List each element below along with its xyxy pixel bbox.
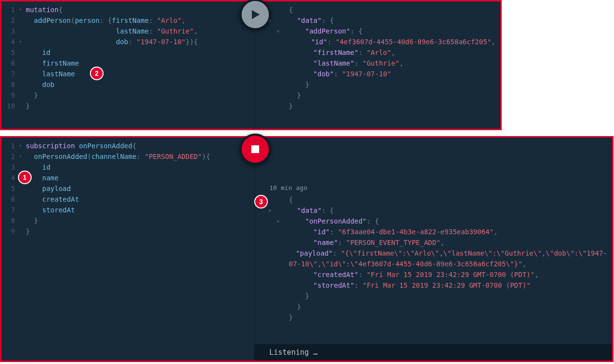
code-text: lastName: "Guthrie", <box>26 26 254 36</box>
line-number: 6 <box>1 58 18 69</box>
result-line: ▾ "data": { <box>260 15 495 26</box>
stop-icon <box>251 145 259 153</box>
fold-toggle <box>260 79 289 90</box>
query-editor[interactable]: 1▾subscription onPersonAdded{2▾ onPerson… <box>1 138 254 361</box>
fold-toggle <box>19 183 24 194</box>
mutation-panel: 1▾mutation{2 addPerson(person: {firstNam… <box>0 0 502 130</box>
line-number: 9 <box>1 90 18 101</box>
fold-toggle[interactable]: ▾ <box>19 4 24 15</box>
result-text: "storedAt": "Fri Mar 15 2019 23:42:29 GM… <box>289 280 530 291</box>
subscription-panel: 1▾subscription onPersonAdded{2▾ onPerson… <box>0 136 614 362</box>
line-number: 1 <box>1 4 18 15</box>
code-line[interactable]: 4 name <box>1 173 254 183</box>
result-text: "id": "6f3aae04-dbe1-4b3e-a822-e935eab39… <box>289 226 498 237</box>
fold-toggle <box>260 69 289 79</box>
fold-toggle <box>19 79 24 90</box>
fold-toggle <box>260 248 271 259</box>
fold-toggle <box>260 280 289 291</box>
code-text: id <box>26 47 254 58</box>
result-text: { <box>289 4 293 15</box>
result-text: "id": "4ef3607d-4455-40d6-89e6-3c658a6cf… <box>286 36 495 47</box>
execute-button[interactable] <box>240 0 271 30</box>
result-line: ▾ "addPerson": { <box>260 26 495 36</box>
code-line[interactable]: 10} <box>1 101 254 111</box>
code-line[interactable]: 7 lastName <box>1 69 254 79</box>
result-text: "data": { <box>289 15 334 26</box>
code-line[interactable]: 9} <box>1 226 254 237</box>
code-line[interactable]: 8 } <box>1 215 254 226</box>
result-text: "name": "PERSON_EVENT_TYPE_ADD", <box>289 237 444 248</box>
line-number: 7 <box>1 69 18 79</box>
fold-toggle[interactable]: ▾ <box>260 216 289 226</box>
code-line[interactable]: 3 lastName: "Guthrie", <box>1 26 254 36</box>
fold-toggle[interactable]: ▾ <box>19 140 24 151</box>
result-text: 07-10\",\"id\":\"4ef3607d-4455-40d6-89e6… <box>289 259 526 269</box>
result-line: } <box>260 312 607 323</box>
fold-toggle[interactable]: ▾ <box>19 36 24 47</box>
callout-2: 2 <box>90 67 104 80</box>
code-line[interactable]: 6 createdAt <box>1 194 254 205</box>
code-line[interactable]: 3 id <box>1 162 254 173</box>
line-number: 3 <box>1 162 18 173</box>
result-line: "storedAt": "Fri Mar 15 2019 23:42:29 GM… <box>260 280 607 291</box>
result-line: } <box>260 101 495 111</box>
code-text: dob: "1947-07-10"}){ <box>26 36 254 47</box>
result-line: } <box>260 90 495 101</box>
result-line: ▾ { <box>260 4 495 15</box>
result-line: "name": "PERSON_EVENT_TYPE_ADD", <box>260 237 607 248</box>
result-text: } <box>289 79 309 90</box>
fold-toggle <box>260 101 289 111</box>
fold-toggle <box>19 47 24 58</box>
fold-toggle <box>260 301 289 312</box>
fold-toggle[interactable]: ▾ <box>19 151 24 162</box>
fold-toggle <box>260 259 289 269</box>
result-text: } <box>289 291 309 301</box>
result-text: "payload": "{\"firstName\":\"Arlo\",\"la… <box>271 248 607 259</box>
result-text: } <box>289 101 293 111</box>
code-text: createdAt <box>26 194 254 205</box>
code-line[interactable]: 8 dob <box>1 79 254 90</box>
code-text: } <box>26 215 254 226</box>
code-line[interactable]: 7 storedAt <box>1 205 254 215</box>
result-text: "firstName": "Arlo", <box>289 47 395 58</box>
code-text: } <box>26 90 254 101</box>
result-line: "firstName": "Arlo", <box>260 47 495 58</box>
result-text: "createdAt": "Fri Mar 15 2019 23:42:29 G… <box>289 269 539 280</box>
result-text: { <box>289 194 293 205</box>
result-line: "id": "6f3aae04-dbe1-4b3e-a822-e935eab39… <box>260 226 607 237</box>
code-line[interactable]: 1▾mutation{ <box>1 4 254 15</box>
stop-button[interactable] <box>240 134 271 165</box>
fold-toggle <box>19 58 24 69</box>
query-editor[interactable]: 1▾mutation{2 addPerson(person: {firstNam… <box>1 1 254 129</box>
line-number: 5 <box>1 183 18 194</box>
code-text: firstName <box>26 58 254 69</box>
fold-toggle <box>260 36 286 47</box>
result-line: 07-10\",\"id\":\"4ef3607d-4455-40d6-89e6… <box>260 259 607 269</box>
result-text: } <box>289 301 301 312</box>
fold-toggle <box>19 194 24 205</box>
line-number: 6 <box>1 194 18 205</box>
code-line[interactable]: 9 } <box>1 90 254 101</box>
code-line[interactable]: 5 payload <box>1 183 254 194</box>
code-line[interactable]: 2 addPerson(person: {firstName: "Arlo", <box>1 15 254 26</box>
line-number: 2 <box>1 151 18 162</box>
code-line[interactable]: 2▾ onPersonAdded(channelName: "PERSON_AD… <box>1 151 254 162</box>
fold-toggle <box>19 205 24 215</box>
fold-toggle <box>260 47 289 58</box>
listening-status: Listening … <box>255 344 612 361</box>
result-text: "data": { <box>289 205 334 216</box>
line-number: 2 <box>1 15 18 26</box>
line-number: 5 <box>1 47 18 58</box>
code-line[interactable]: 1▾subscription onPersonAdded{ <box>1 140 254 151</box>
result-text: "addPerson": { <box>289 26 363 36</box>
result-line: ▾ "data": { <box>260 205 607 216</box>
result-text: } <box>289 312 293 323</box>
code-line[interactable]: 5 id <box>1 47 254 58</box>
event-timestamp: 10 min ago <box>269 184 607 191</box>
code-line[interactable]: 6 firstName <box>1 58 254 69</box>
fold-toggle <box>19 226 24 237</box>
callout-3: 3 <box>254 195 268 208</box>
play-icon <box>248 8 262 21</box>
code-text: dob <box>26 79 254 90</box>
code-line[interactable]: 4▾ dob: "1947-07-10"}){ <box>1 36 254 47</box>
